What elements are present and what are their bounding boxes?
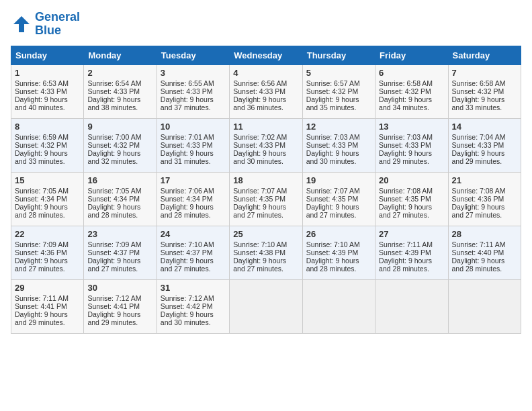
day-number: 21 — [452, 175, 517, 185]
dow-header: Tuesday — [157, 46, 229, 64]
day-number: 13 — [379, 122, 444, 132]
day-info: Sunrise: 6:57 AMSunset: 4:32 PMDaylight:… — [306, 79, 360, 111]
calendar-cell: 11Sunrise: 7:02 AMSunset: 4:33 PMDayligh… — [230, 118, 302, 172]
calendar-cell: 31Sunrise: 7:12 AMSunset: 4:42 PMDayligh… — [157, 279, 229, 333]
day-info: Sunrise: 7:08 AMSunset: 4:35 PMDaylight:… — [379, 187, 433, 219]
day-number: 10 — [161, 122, 226, 132]
logo: General Blue — [11, 11, 80, 38]
calendar-cell: 6Sunrise: 6:58 AMSunset: 4:32 PMDaylight… — [375, 64, 448, 118]
day-info: Sunrise: 7:11 AMSunset: 4:40 PMDaylight:… — [452, 240, 506, 273]
day-number: 31 — [161, 283, 226, 293]
calendar-cell: 24Sunrise: 7:10 AMSunset: 4:37 PMDayligh… — [157, 226, 229, 279]
day-number: 14 — [452, 122, 517, 132]
calendar-cell: 9Sunrise: 7:00 AMSunset: 4:32 PMDaylight… — [84, 118, 157, 172]
calendar-cell — [302, 279, 375, 333]
day-info: Sunrise: 6:58 AMSunset: 4:32 PMDaylight:… — [379, 79, 433, 111]
day-number: 11 — [233, 122, 298, 132]
calendar-cell: 14Sunrise: 7:04 AMSunset: 4:33 PMDayligh… — [448, 118, 521, 172]
calendar-cell: 2Sunrise: 6:54 AMSunset: 4:33 PMDaylight… — [84, 64, 157, 118]
day-number: 6 — [379, 68, 444, 78]
day-number: 26 — [306, 229, 371, 239]
day-number: 4 — [233, 68, 298, 78]
calendar-cell — [375, 279, 448, 333]
day-info: Sunrise: 7:10 AMSunset: 4:39 PMDaylight:… — [306, 240, 360, 273]
calendar-cell: 4Sunrise: 6:56 AMSunset: 4:33 PMDaylight… — [230, 64, 302, 118]
calendar-cell — [448, 279, 521, 333]
day-info: Sunrise: 6:54 AMSunset: 4:33 PMDaylight:… — [87, 79, 141, 111]
calendar-cell: 1Sunrise: 6:53 AMSunset: 4:33 PMDaylight… — [11, 64, 84, 118]
calendar-cell: 19Sunrise: 7:07 AMSunset: 4:35 PMDayligh… — [302, 172, 375, 226]
day-info: Sunrise: 7:07 AMSunset: 4:35 PMDaylight:… — [233, 187, 287, 219]
dow-header: Sunday — [11, 46, 84, 64]
calendar-cell: 7Sunrise: 6:58 AMSunset: 4:32 PMDaylight… — [448, 64, 521, 118]
logo-text: General Blue — [35, 11, 80, 38]
days-of-week-row: SundayMondayTuesdayWednesdayThursdayFrid… — [11, 46, 521, 64]
dow-header: Friday — [375, 46, 448, 64]
day-number: 3 — [161, 68, 226, 78]
day-number: 29 — [15, 283, 80, 293]
calendar-cell: 10Sunrise: 7:01 AMSunset: 4:33 PMDayligh… — [157, 118, 229, 172]
day-info: Sunrise: 7:08 AMSunset: 4:36 PMDaylight:… — [452, 187, 506, 219]
day-number: 7 — [452, 68, 517, 78]
calendar-week-row: 8Sunrise: 6:59 AMSunset: 4:32 PMDaylight… — [11, 118, 521, 172]
calendar-cell: 21Sunrise: 7:08 AMSunset: 4:36 PMDayligh… — [448, 172, 521, 226]
day-number: 1 — [15, 68, 80, 78]
day-number: 12 — [306, 122, 371, 132]
svg-marker-0 — [13, 16, 30, 32]
page-header: General Blue — [11, 11, 521, 38]
day-info: Sunrise: 7:10 AMSunset: 4:38 PMDaylight:… — [233, 240, 287, 273]
day-number: 20 — [379, 175, 444, 185]
calendar-cell: 12Sunrise: 7:03 AMSunset: 4:33 PMDayligh… — [302, 118, 375, 172]
calendar-cell: 25Sunrise: 7:10 AMSunset: 4:38 PMDayligh… — [230, 226, 302, 279]
dow-header: Monday — [84, 46, 157, 64]
calendar-cell: 18Sunrise: 7:07 AMSunset: 4:35 PMDayligh… — [230, 172, 302, 226]
dow-header: Thursday — [302, 46, 375, 64]
day-info: Sunrise: 6:53 AMSunset: 4:33 PMDaylight:… — [15, 79, 69, 111]
day-info: Sunrise: 6:58 AMSunset: 4:32 PMDaylight:… — [452, 79, 506, 111]
calendar-cell: 13Sunrise: 7:03 AMSunset: 4:33 PMDayligh… — [375, 118, 448, 172]
day-number: 22 — [15, 229, 80, 239]
day-number: 2 — [87, 68, 152, 78]
calendar-cell: 29Sunrise: 7:11 AMSunset: 4:41 PMDayligh… — [11, 279, 84, 333]
logo-icon — [11, 13, 32, 35]
day-info: Sunrise: 7:12 AMSunset: 4:42 PMDaylight:… — [161, 294, 214, 326]
calendar-cell: 8Sunrise: 6:59 AMSunset: 4:32 PMDaylight… — [11, 118, 84, 172]
day-number: 16 — [87, 175, 152, 185]
calendar-cell: 5Sunrise: 6:57 AMSunset: 4:32 PMDaylight… — [302, 64, 375, 118]
calendar-cell: 3Sunrise: 6:55 AMSunset: 4:33 PMDaylight… — [157, 64, 229, 118]
calendar-cell: 23Sunrise: 7:09 AMSunset: 4:37 PMDayligh… — [84, 226, 157, 279]
calendar-cell: 22Sunrise: 7:09 AMSunset: 4:36 PMDayligh… — [11, 226, 84, 279]
dow-header: Saturday — [448, 46, 521, 64]
calendar-cell: 27Sunrise: 7:11 AMSunset: 4:39 PMDayligh… — [375, 226, 448, 279]
calendar-week-row: 15Sunrise: 7:05 AMSunset: 4:34 PMDayligh… — [11, 172, 521, 226]
day-number: 18 — [233, 175, 298, 185]
calendar-cell: 16Sunrise: 7:05 AMSunset: 4:34 PMDayligh… — [84, 172, 157, 226]
day-number: 8 — [15, 122, 80, 132]
day-info: Sunrise: 6:59 AMSunset: 4:32 PMDaylight:… — [15, 133, 69, 165]
day-info: Sunrise: 7:09 AMSunset: 4:37 PMDaylight:… — [87, 240, 141, 273]
day-info: Sunrise: 6:55 AMSunset: 4:33 PMDaylight:… — [161, 79, 214, 111]
day-number: 30 — [87, 283, 152, 293]
day-number: 24 — [161, 229, 226, 239]
day-info: Sunrise: 7:01 AMSunset: 4:33 PMDaylight:… — [161, 133, 214, 165]
day-number: 15 — [15, 175, 80, 185]
day-info: Sunrise: 7:03 AMSunset: 4:33 PMDaylight:… — [306, 133, 360, 165]
calendar-week-row: 1Sunrise: 6:53 AMSunset: 4:33 PMDaylight… — [11, 64, 521, 118]
day-info: Sunrise: 7:05 AMSunset: 4:34 PMDaylight:… — [87, 187, 141, 219]
day-info: Sunrise: 7:11 AMSunset: 4:41 PMDaylight:… — [15, 294, 69, 326]
day-number: 17 — [161, 175, 226, 185]
day-info: Sunrise: 7:07 AMSunset: 4:35 PMDaylight:… — [306, 187, 360, 219]
calendar-cell: 15Sunrise: 7:05 AMSunset: 4:34 PMDayligh… — [11, 172, 84, 226]
day-info: Sunrise: 7:09 AMSunset: 4:36 PMDaylight:… — [15, 240, 69, 273]
calendar-table: SundayMondayTuesdayWednesdayThursdayFrid… — [11, 46, 521, 334]
day-info: Sunrise: 7:04 AMSunset: 4:33 PMDaylight:… — [452, 133, 506, 165]
day-number: 9 — [87, 122, 152, 132]
calendar-week-row: 22Sunrise: 7:09 AMSunset: 4:36 PMDayligh… — [11, 226, 521, 279]
day-info: Sunrise: 7:02 AMSunset: 4:33 PMDaylight:… — [233, 133, 287, 165]
day-info: Sunrise: 7:03 AMSunset: 4:33 PMDaylight:… — [379, 133, 433, 165]
calendar-cell: 30Sunrise: 7:12 AMSunset: 4:41 PMDayligh… — [84, 279, 157, 333]
calendar-cell: 20Sunrise: 7:08 AMSunset: 4:35 PMDayligh… — [375, 172, 448, 226]
day-number: 28 — [452, 229, 517, 239]
day-number: 25 — [233, 229, 298, 239]
calendar-cell: 17Sunrise: 7:06 AMSunset: 4:34 PMDayligh… — [157, 172, 229, 226]
